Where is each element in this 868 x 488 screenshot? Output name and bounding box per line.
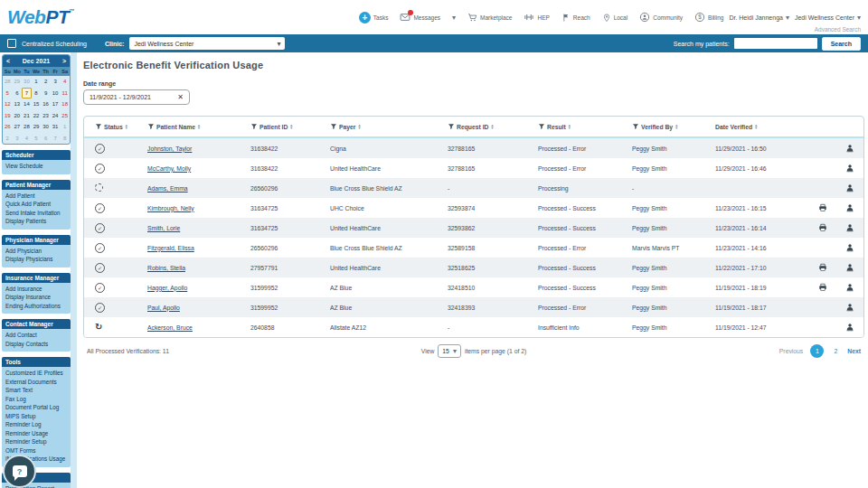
calendar-day[interactable]: 13 (13, 99, 23, 110)
patient-link[interactable]: Kimbrough, Nelly (147, 205, 194, 211)
clinic-select[interactable]: Jedi Wellness Center▾ (129, 37, 285, 50)
calendar-day[interactable]: 12 (3, 99, 13, 110)
calendar-day[interactable]: 14 (22, 99, 32, 110)
column-header-status[interactable]: Status▲▼ (95, 123, 147, 130)
column-header-verified-by[interactable]: Verified By▲▼ (632, 123, 715, 130)
person-icon[interactable] (845, 263, 854, 272)
person-icon[interactable] (845, 183, 854, 192)
printer-icon[interactable] (818, 203, 827, 212)
sidebar-item-customized-ie-profiles[interactable]: Customized IE Profiles (5, 369, 67, 378)
person-icon[interactable] (845, 223, 854, 232)
patient-link[interactable]: McCarthy, Molly (147, 165, 191, 172)
calendar-day[interactable]: 5 (3, 88, 13, 99)
calendar-day-selected[interactable]: 7 (22, 88, 32, 99)
sidebar-item-reminder-usage[interactable]: Reminder Usage (5, 429, 67, 438)
search-button[interactable]: Search (822, 37, 861, 51)
patient-search-input[interactable] (734, 38, 817, 49)
clear-icon[interactable]: ✕ (177, 93, 184, 101)
person-icon[interactable] (845, 323, 854, 332)
calendar-day[interactable]: 16 (41, 99, 51, 110)
page-size-select[interactable]: 15▾ (438, 344, 461, 358)
calendar-day[interactable]: 9 (41, 88, 51, 99)
sidebar-item-view-schedule[interactable]: View Schedule (5, 162, 67, 171)
calendar-prev-button[interactable]: < (6, 58, 10, 64)
sidebar-item-send-intake-invitation[interactable]: Send Intake Invitation (5, 209, 67, 218)
patient-link[interactable]: Ackerson, Bruce (147, 324, 193, 331)
sidebar-item-smart-text[interactable]: Smart Text (5, 386, 67, 395)
printer-icon[interactable] (818, 263, 827, 272)
calendar-day[interactable]: 27 (13, 121, 23, 133)
calendar-day[interactable]: 8 (32, 88, 42, 99)
calendar-day[interactable]: 30 (41, 121, 51, 133)
column-header-patient-name[interactable]: Patient Name▲▼ (147, 123, 250, 130)
calendar-day[interactable]: 31 (51, 121, 61, 133)
column-header-date-verified[interactable]: Date Verified▲▼ (715, 124, 811, 130)
sidebar-item-add-contact[interactable]: Add Contact (5, 331, 67, 340)
calendar-day[interactable]: 11 (60, 88, 70, 99)
patient-link[interactable]: Johnston, Taylor (147, 145, 192, 152)
sidebar-item-display-physicians[interactable]: Display Physicians (5, 255, 67, 264)
page-button-1[interactable]: 1 (810, 344, 824, 358)
sidebar-item-add-physician[interactable]: Add Physician (5, 247, 67, 256)
person-icon[interactable] (845, 144, 854, 153)
sidebar-item-external-documents[interactable]: External Documents (5, 378, 67, 387)
column-header-payer[interactable]: Payer▲▼ (330, 123, 448, 130)
calendar-day[interactable]: 25 (60, 110, 70, 122)
person-icon[interactable] (845, 164, 854, 173)
date-range-input[interactable]: 11/9/2021 - 12/9/2021 ✕ (83, 89, 190, 105)
sidebar-item-display-insurance[interactable]: Display Insurance (5, 293, 67, 302)
topnav-item-messages-dropdown[interactable]: ▾ (452, 14, 456, 22)
sort-icon[interactable]: ▲▼ (289, 124, 293, 130)
topnav-item-marketplace[interactable]: Marketplace (467, 13, 512, 23)
topnav-item-hep[interactable]: HEP (524, 12, 549, 23)
sidebar-item-omt-forms[interactable]: OMT Forms (5, 446, 67, 455)
calendar-day[interactable]: 18 (60, 99, 70, 110)
calendar-next-button[interactable]: > (62, 58, 66, 64)
clinic-menu[interactable]: Jedi Wellness Center▾ (795, 14, 861, 22)
patient-link[interactable]: Hagger, Apollo (147, 285, 187, 291)
calendar-day[interactable]: 3 (51, 76, 61, 88)
person-icon[interactable] (845, 303, 854, 312)
calendar-day[interactable]: 7 (51, 133, 61, 145)
printer-icon[interactable] (818, 223, 827, 232)
calendar-day[interactable]: 29 (13, 76, 23, 88)
sort-icon[interactable]: ▲▼ (358, 124, 362, 130)
calendar-day[interactable]: 21 (22, 110, 32, 122)
patient-link[interactable]: Smith, Lorie (147, 225, 180, 231)
patient-link[interactable]: Paul, Apollo (147, 305, 180, 311)
person-icon[interactable] (845, 203, 854, 212)
calendar-day[interactable]: 1 (60, 121, 70, 133)
calendar-day[interactable]: 4 (60, 76, 70, 88)
topnav-item-local[interactable]: Local (602, 13, 628, 23)
person-icon[interactable] (845, 283, 854, 292)
calendar-day[interactable]: 24 (51, 110, 61, 122)
calendar-day[interactable]: 17 (51, 99, 61, 110)
calendar-day[interactable]: 5 (32, 133, 42, 145)
calendar-day[interactable]: 8 (60, 133, 70, 145)
calendar-day[interactable]: 23 (41, 110, 51, 122)
calendar-day[interactable]: 6 (41, 133, 51, 145)
person-icon[interactable] (845, 243, 854, 252)
calendar-day[interactable]: 2 (41, 76, 51, 88)
sort-icon[interactable]: ▲▼ (125, 124, 128, 130)
calendar-day[interactable]: 26 (3, 121, 13, 133)
sidebar-item-add-patient[interactable]: Add Patient (5, 192, 67, 201)
sort-icon[interactable]: ▲▼ (491, 124, 495, 130)
sidebar-item-display-patients[interactable]: Display Patients (5, 217, 67, 226)
patient-link[interactable]: Robins, Stella (147, 265, 185, 271)
topnav-item-tasks[interactable]: +Tasks (359, 12, 389, 23)
sort-icon[interactable]: ▲▼ (754, 124, 758, 130)
page-button-2[interactable]: 2 (831, 348, 840, 354)
patient-link[interactable]: Fitzgerald, Elissa (147, 245, 194, 251)
calendar-day[interactable]: 20 (13, 110, 23, 122)
sidebar-item-display-contacts[interactable]: Display Contacts (5, 340, 67, 349)
sort-icon[interactable]: ▲▼ (675, 124, 678, 130)
topnav-item-billing[interactable]: $Billing (694, 12, 723, 23)
sort-icon[interactable]: ▲▼ (568, 124, 571, 130)
calendar-day[interactable]: 19 (3, 110, 13, 122)
sidebar-item-fax-log[interactable]: Fax Log (5, 395, 67, 404)
calendar-day[interactable]: 28 (3, 76, 13, 88)
sort-icon[interactable]: ▲▼ (197, 124, 201, 130)
next-page-button[interactable]: Next (847, 348, 861, 354)
sidebar-item-document-portal-log[interactable]: Document Portal Log (5, 403, 67, 412)
